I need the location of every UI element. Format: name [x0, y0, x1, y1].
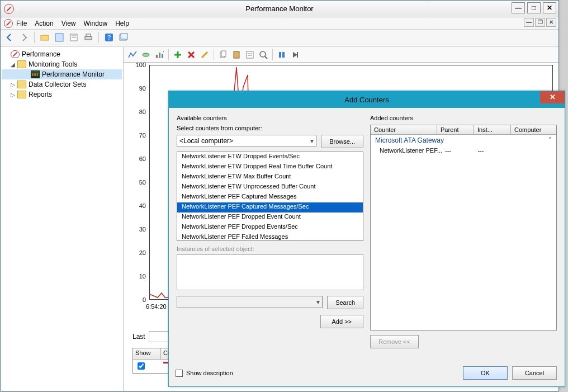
- tree-reports[interactable]: ▷ Reports: [2, 89, 122, 100]
- counter-list-item[interactable]: NetworkListener PEF Dropped Events/Sec: [177, 223, 363, 233]
- col-counter[interactable]: Counter: [371, 125, 437, 134]
- y-tick: 40: [139, 202, 146, 209]
- y-tick: 50: [139, 179, 146, 186]
- menu-action[interactable]: Action: [35, 20, 53, 27]
- perf-icon: [11, 50, 20, 58]
- show-checkbox[interactable]: [138, 362, 145, 370]
- y-tick: 20: [139, 249, 146, 256]
- menu-file[interactable]: File: [16, 20, 27, 27]
- ok-button[interactable]: OK: [463, 366, 508, 380]
- add-counters-dialog: Add Counters ✕ Available counters Select…: [168, 91, 565, 387]
- show-desc-label: Show description: [186, 370, 233, 376]
- svg-rect-5: [85, 36, 92, 40]
- counter-list-item[interactable]: NetworkListener PEF Captured Messages: [177, 192, 363, 202]
- y-tick: 90: [139, 85, 146, 92]
- added-item-row[interactable]: NetworkListener PEF... --- ---: [371, 146, 556, 155]
- paste-icon[interactable]: [231, 49, 242, 60]
- print-icon[interactable]: [83, 32, 94, 43]
- copy-icon[interactable]: [217, 49, 229, 60]
- svg-rect-20: [221, 51, 226, 56]
- added-label: Added counters: [370, 115, 557, 121]
- collapse-icon[interactable]: ˄: [548, 136, 552, 144]
- folder-icon[interactable]: [39, 32, 50, 43]
- counter-list-item[interactable]: NetworkListener ETW Max Buffer Count: [177, 172, 363, 182]
- forward-icon[interactable]: [18, 32, 30, 43]
- view-current-icon[interactable]: [127, 49, 138, 60]
- chart-type-icon[interactable]: ▾: [154, 49, 165, 60]
- dialog-titlebar[interactable]: Add Counters ✕: [169, 91, 565, 108]
- col-computer[interactable]: Computer: [511, 125, 556, 134]
- counter-listbox[interactable]: NetworkListener ETW Dropped Events/SecNe…: [177, 152, 363, 241]
- svg-rect-6: [86, 34, 91, 36]
- menu-help[interactable]: Help: [115, 20, 129, 27]
- help-icon[interactable]: ?: [103, 32, 115, 43]
- maximize-button[interactable]: □: [527, 2, 541, 13]
- main-toolbar: ?: [1, 30, 558, 45]
- computer-combo[interactable]: <Local computer>: [177, 135, 316, 147]
- view-log-icon[interactable]: [140, 49, 152, 60]
- titlebar[interactable]: Performance Monitor — □ ✕: [1, 1, 558, 17]
- col-inst[interactable]: Inst...: [474, 125, 511, 134]
- menu-window[interactable]: Window: [84, 20, 108, 27]
- y-tick: 0: [143, 296, 146, 303]
- dialog-close-button[interactable]: ✕: [540, 91, 565, 103]
- tree-monitoring-tools[interactable]: ◢ Monitoring Tools: [2, 59, 122, 69]
- close-button[interactable]: ✕: [543, 2, 556, 13]
- counter-list-item[interactable]: NetworkListener ETW Dropped Real Time Bu…: [177, 162, 363, 172]
- svg-point-25: [260, 51, 266, 57]
- mdi-minimize-button[interactable]: —: [524, 18, 534, 27]
- tree-dcs[interactable]: ▷ Data Collector Sets: [2, 79, 122, 89]
- added-item-parent: ---: [445, 147, 477, 154]
- back-icon[interactable]: [4, 32, 15, 43]
- counter-list-item[interactable]: NetworkListener ETW Dropped Events/Sec: [177, 152, 363, 162]
- available-label: Available counters: [177, 115, 363, 121]
- checkbox-icon[interactable]: [176, 370, 183, 377]
- add-counter-icon[interactable]: [172, 49, 183, 60]
- zoom-icon[interactable]: [258, 49, 269, 60]
- update-icon[interactable]: [290, 49, 301, 60]
- freeze-icon[interactable]: [276, 49, 287, 60]
- search-combo[interactable]: [177, 296, 323, 308]
- search-button[interactable]: Search: [327, 296, 363, 309]
- counter-list-item[interactable]: NetworkListener ETW Unprocessed Buffer C…: [177, 182, 363, 192]
- properties-icon[interactable]: [68, 32, 79, 43]
- minimize-button[interactable]: —: [512, 2, 525, 13]
- last-label: Last: [132, 333, 145, 341]
- tree-pane: Performance ◢ Monitoring Tools Performan…: [1, 47, 124, 391]
- tree-reports-label: Reports: [29, 91, 52, 98]
- instances-label: Instances of selected object:: [177, 245, 363, 252]
- svg-rect-11: [156, 55, 158, 58]
- dialog-title: Add Counters: [344, 96, 389, 104]
- tree-performance[interactable]: Performance: [2, 49, 122, 59]
- counter-list-item[interactable]: NetworkListener PEF Failed Messages: [177, 233, 363, 241]
- view-icon[interactable]: [54, 32, 65, 43]
- mdi-restore-button[interactable]: ❐: [535, 18, 545, 27]
- menu-view[interactable]: View: [61, 20, 76, 27]
- folder-icon: [17, 81, 26, 88]
- y-tick: 80: [139, 108, 146, 115]
- col-parent[interactable]: Parent: [437, 125, 474, 134]
- add-button[interactable]: Add >>: [320, 315, 363, 328]
- browse-button[interactable]: Browse...: [321, 135, 363, 148]
- svg-rect-12: [159, 53, 160, 58]
- cancel-button[interactable]: Cancel: [512, 366, 557, 380]
- tree-perfmon-label: Performance Monitor: [42, 70, 105, 78]
- available-panel: Available counters Select counters from …: [177, 115, 363, 348]
- tree-perfmon[interactable]: Performance Monitor: [2, 69, 122, 79]
- added-group-row[interactable]: Microsoft ATA Gateway ˄: [371, 135, 556, 146]
- monitor-icon: [31, 70, 40, 78]
- mdi-close-button[interactable]: ✕: [546, 18, 556, 27]
- added-panel: Added counters Counter Parent Inst... Co…: [370, 115, 557, 348]
- show-description-check[interactable]: Show description: [176, 370, 233, 377]
- col-show[interactable]: Show: [133, 348, 161, 359]
- select-from-label: Select counters from computer:: [177, 125, 363, 131]
- new-window-icon[interactable]: [118, 32, 129, 43]
- instances-listbox[interactable]: [177, 254, 363, 290]
- y-tick: 100: [136, 62, 146, 68]
- properties-icon[interactable]: [244, 49, 255, 60]
- highlight-icon[interactable]: [199, 49, 210, 60]
- counter-list-item[interactable]: NetworkListener PEF Dropped Event Count: [177, 212, 363, 223]
- counter-list-item[interactable]: NetworkListener PEF Captured Messages/Se…: [177, 202, 363, 212]
- remove-button[interactable]: Remove <<: [370, 335, 419, 348]
- delete-counter-icon[interactable]: [186, 49, 197, 60]
